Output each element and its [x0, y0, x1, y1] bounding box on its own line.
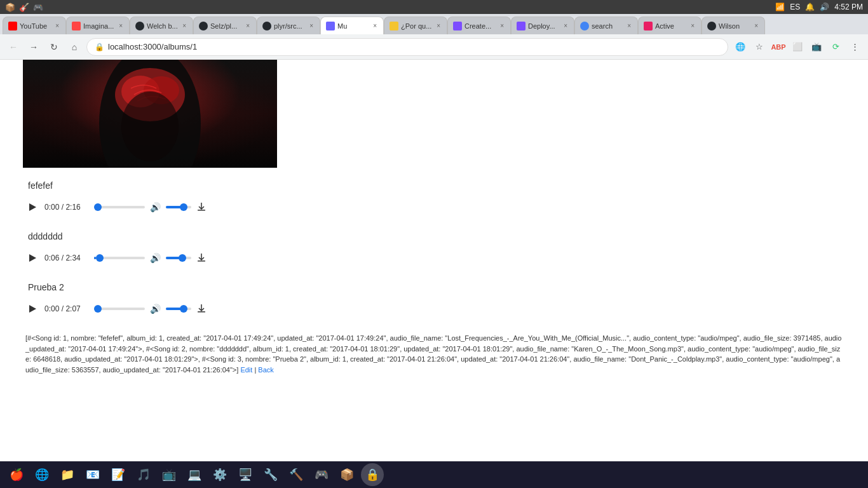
translate-button[interactable]: 🌐: [732, 39, 749, 55]
volume-bar-3[interactable]: [166, 308, 191, 310]
volume-bar-2[interactable]: [166, 257, 191, 259]
play-button-2[interactable]: [25, 251, 39, 265]
volume-thumb-3[interactable]: [180, 305, 187, 313]
song-entry-2: ddddddd 0:06 / 2:34 🔊: [25, 231, 843, 269]
debug-text: [#<Song id: 1, nombre: "fefefef", album_…: [25, 333, 843, 375]
tab-mu[interactable]: Mu ×: [320, 17, 384, 34]
tab-search[interactable]: search ×: [574, 17, 638, 34]
progress-thumb-2[interactable]: [96, 254, 104, 262]
adblock-button[interactable]: ABP: [770, 39, 787, 55]
bookmark-button[interactable]: ☆: [751, 39, 768, 55]
tab-welch[interactable]: Welch b... ×: [130, 17, 193, 34]
taskbar-app-15[interactable]: 🔒: [361, 463, 384, 486]
volume-icon-2[interactable]: 🔊: [150, 253, 161, 263]
svg-marker-10: [29, 305, 36, 313]
tab-close[interactable]: ×: [689, 22, 696, 30]
song-entry-3: Prueba 2 0:00 / 2:07 🔊: [25, 282, 843, 320]
address-bar[interactable]: 🔒 localhost:3000/albums/1: [86, 38, 728, 56]
song-title-3: Prueba 2: [28, 282, 843, 292]
back-nav-button[interactable]: ←: [5, 39, 22, 55]
taskbar-app-3[interactable]: 📁: [56, 463, 79, 486]
update-button[interactable]: ⟳: [827, 39, 844, 55]
svg-rect-11: [198, 311, 205, 313]
taskbar-app-6[interactable]: 🎵: [132, 463, 155, 486]
volume-icon: 🔊: [820, 3, 829, 11]
volume-thumb-1[interactable]: [180, 203, 187, 211]
tab-close[interactable]: ×: [499, 22, 505, 30]
progress-bar-2[interactable]: [94, 257, 145, 259]
volume-thumb-2[interactable]: [179, 254, 186, 262]
menu-button[interactable]: ⋮: [846, 39, 863, 55]
tab-close[interactable]: ×: [562, 22, 569, 30]
reload-button[interactable]: ↻: [46, 39, 62, 55]
tab-close[interactable]: ×: [54, 22, 60, 30]
tab-create[interactable]: Create... ×: [447, 17, 511, 34]
audio-player-3: 0:00 / 2:07 🔊: [25, 297, 843, 320]
taskbar-app-4[interactable]: 📧: [81, 463, 104, 486]
audio-player-2: 0:06 / 2:34 🔊: [25, 247, 843, 269]
cast-button[interactable]: 📺: [808, 39, 825, 55]
youtube-favicon: [8, 22, 17, 30]
volume-icon-1[interactable]: 🔊: [150, 202, 161, 212]
svg-rect-7: [198, 210, 205, 211]
taskbar-app-13[interactable]: 🎮: [310, 463, 333, 486]
taskbar-app-9[interactable]: ⚙️: [208, 463, 231, 486]
tab-empty[interactable]: Wilson ×: [702, 17, 765, 34]
tab-imagine[interactable]: Imagina... ×: [66, 17, 130, 34]
album-art-overlay: [23, 60, 277, 168]
back-link[interactable]: Back: [258, 366, 273, 374]
tab-label: Wilson: [719, 22, 740, 30]
deploy-favicon: [517, 22, 526, 30]
time-display-1: 0:00 / 2:16: [44, 203, 89, 212]
extensions-button[interactable]: ⬜: [789, 39, 806, 55]
tab-close[interactable]: ×: [626, 22, 632, 30]
tab-porqu[interactable]: ¿Por qu... ×: [384, 17, 447, 34]
progress-thumb-3[interactable]: [94, 305, 102, 313]
tab-close[interactable]: ×: [308, 22, 315, 30]
taskbar-app-5[interactable]: 📝: [107, 463, 130, 486]
tab-selz[interactable]: Selz/pl... ×: [193, 17, 257, 34]
tab-plyr[interactable]: plyr/src... ×: [257, 17, 320, 34]
svg-marker-8: [29, 254, 36, 262]
taskbar-app-8[interactable]: 💻: [183, 463, 206, 486]
tab-close[interactable]: ×: [372, 22, 378, 30]
mu-favicon: [326, 22, 335, 30]
play-button-3[interactable]: [25, 302, 39, 316]
tab-close[interactable]: ×: [118, 22, 124, 30]
album-art: [23, 60, 277, 168]
volume-icon-3[interactable]: 🔊: [150, 304, 161, 314]
porqu-favicon: [390, 22, 398, 30]
forward-nav-button[interactable]: →: [25, 39, 42, 55]
taskbar-app-7[interactable]: 📺: [158, 463, 180, 486]
song-entry-1: fefefef 0:00 / 2:16 🔊: [25, 180, 843, 219]
download-button-2[interactable]: [196, 252, 207, 264]
download-button-1[interactable]: [196, 201, 207, 214]
progress-bar-3[interactable]: [94, 308, 145, 310]
tab-youtube-1[interactable]: YouTube ×: [3, 17, 66, 34]
progress-thumb-1[interactable]: [94, 203, 102, 211]
tab-close[interactable]: ×: [435, 22, 442, 30]
taskbar-app-10[interactable]: 🖥️: [234, 463, 257, 486]
chrome-titlebar: YouTube × Imagina... × Welch b... × Selz…: [0, 14, 868, 34]
taskbar-app-1[interactable]: 🍎: [5, 463, 28, 486]
tab-close[interactable]: ×: [181, 22, 187, 30]
home-button[interactable]: ⌂: [66, 39, 83, 55]
play-button-1[interactable]: [25, 200, 39, 214]
download-button-3[interactable]: [196, 303, 207, 315]
tab-active[interactable]: Active ×: [638, 17, 702, 34]
os-topbar-left: 📦 🎸 🎮: [5, 3, 43, 12]
tab-close[interactable]: ×: [753, 22, 759, 30]
taskbar-app-11[interactable]: 🔧: [259, 463, 282, 486]
tab-close[interactable]: ×: [245, 22, 251, 30]
tab-deploy[interactable]: Deploy... ×: [511, 17, 574, 34]
tab-label: Active: [655, 22, 674, 30]
taskbar-app-2[interactable]: 🌐: [31, 463, 53, 486]
plyr-favicon: [262, 22, 271, 30]
tab-label: Create...: [465, 22, 491, 30]
taskbar-app-12[interactable]: 🔨: [285, 463, 308, 486]
taskbar-app-14[interactable]: 📦: [336, 463, 358, 486]
volume-bar-1[interactable]: [166, 206, 191, 208]
edit-link[interactable]: Edit: [240, 366, 252, 374]
wifi-icon: 📶: [775, 3, 785, 11]
progress-bar-1[interactable]: [94, 206, 145, 208]
